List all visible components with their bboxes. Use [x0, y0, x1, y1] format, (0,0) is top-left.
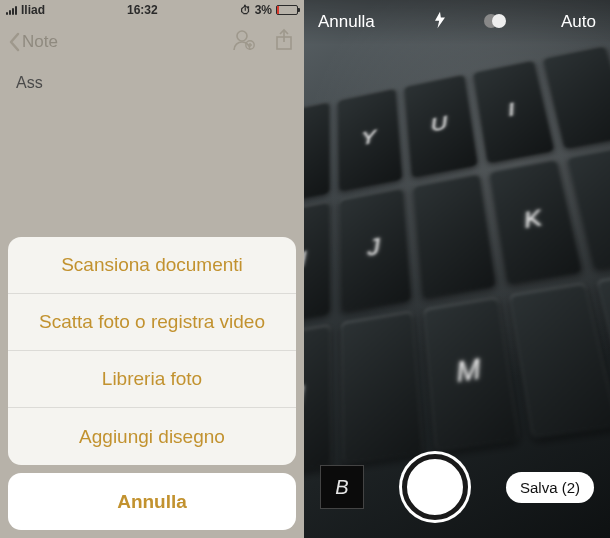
- share-icon: [272, 28, 296, 52]
- action-take-photo-video[interactable]: Scatta foto o registra video: [8, 294, 296, 351]
- keyboard-key: M: [423, 296, 519, 452]
- clock: 16:32: [127, 3, 158, 17]
- svg-point-0: [237, 31, 247, 41]
- keyboard-key: U: [404, 74, 478, 178]
- status-bar: Iliad 16:32 ⏱ 3%: [0, 0, 304, 20]
- chevron-left-icon: [8, 32, 20, 52]
- keyboard-key: I: [472, 60, 554, 164]
- shutter-button[interactable]: [402, 454, 468, 520]
- add-person-button[interactable]: [232, 28, 256, 56]
- action-sheet: Scansiona documenti Scatta foto o regist…: [8, 237, 296, 530]
- action-scan-documents[interactable]: Scansiona documenti: [8, 237, 296, 294]
- action-sheet-group: Scansiona documenti Scatta foto o regist…: [8, 237, 296, 465]
- keyboard-key: [413, 173, 496, 299]
- svg-marker-6: [435, 11, 445, 28]
- notes-screen: Iliad 16:32 ⏱ 3% Note: [0, 0, 304, 538]
- keyboard-key: [508, 282, 610, 439]
- camera-cancel-button[interactable]: Annulla: [318, 12, 375, 32]
- keyboard-key: H: [304, 201, 331, 326]
- battery-icon: [276, 5, 298, 15]
- keyboard-key: K: [488, 159, 582, 285]
- signal-icon: [6, 5, 17, 15]
- keyboard-key: [304, 101, 330, 204]
- nav-bar: Note: [0, 20, 304, 64]
- back-button[interactable]: Note: [8, 32, 58, 52]
- flash-button[interactable]: [430, 10, 450, 35]
- keyboard-key: [341, 310, 424, 465]
- camera-top-bar: Annulla Auto: [304, 0, 610, 44]
- capture-mode-button[interactable]: Auto: [561, 12, 596, 32]
- action-photo-library[interactable]: Libreria foto: [8, 351, 296, 408]
- filter-circle-icon: [492, 14, 506, 28]
- camera-bottom-bar: B Salva (2): [304, 446, 610, 538]
- flash-icon: [430, 10, 450, 30]
- action-cancel[interactable]: Annulla: [8, 473, 296, 530]
- scan-thumbnail[interactable]: B: [320, 465, 364, 509]
- keyboard-key: Y: [338, 88, 403, 192]
- battery-percent: 3%: [255, 3, 272, 17]
- carrier-label: Iliad: [21, 3, 45, 17]
- scanner-screen: Y U I H J K N M Annulla: [304, 0, 610, 538]
- person-add-icon: [232, 28, 256, 52]
- note-content[interactable]: Ass: [0, 64, 304, 102]
- back-label: Note: [22, 32, 58, 52]
- keyboard-key: J: [339, 187, 412, 312]
- alarm-icon: ⏱: [240, 4, 251, 16]
- share-button[interactable]: [272, 28, 296, 56]
- action-add-sketch[interactable]: Aggiungi disegno: [8, 408, 296, 465]
- keyboard-key: [542, 45, 610, 149]
- filters-button[interactable]: [484, 14, 506, 30]
- keyboard-preview: Y U I H J K N M: [304, 45, 610, 478]
- save-button[interactable]: Salva (2): [506, 472, 594, 503]
